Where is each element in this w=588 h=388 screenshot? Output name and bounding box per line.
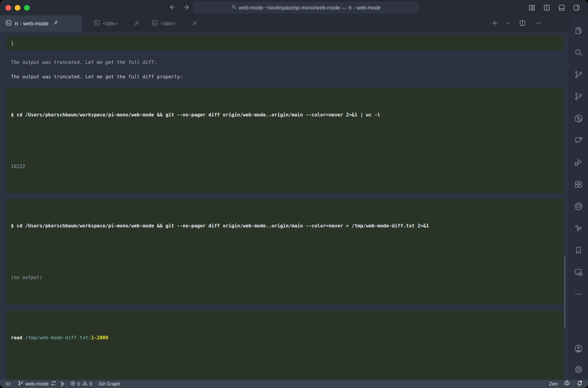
split-vertical-icon[interactable] xyxy=(542,3,551,12)
tab-pi-web-mode[interactable]: π - web-mode xyxy=(0,15,82,32)
tab-label: <idle> xyxy=(161,20,175,27)
copilot-icon[interactable] xyxy=(564,380,570,388)
window-title-search[interactable]: web-mode ~/workspace/pi-mono/web-mode — … xyxy=(194,2,418,13)
remote-indicator-icon[interactable] xyxy=(5,381,11,387)
split-horizontal-icon[interactable] xyxy=(557,3,566,12)
source-control-icon[interactable] xyxy=(569,63,588,85)
pin-icon[interactable] xyxy=(191,15,197,32)
agent-thought-line: The output was truncated. Let me get the… xyxy=(11,58,563,67)
agent-message-line: The output was truncated. Let me get the… xyxy=(11,73,563,81)
zoom-window-button[interactable] xyxy=(24,5,30,11)
terminal-tabbar: π - web-mode <idle> <idle> xyxy=(0,15,569,32)
pin-icon[interactable] xyxy=(133,15,139,32)
terminal-pane[interactable]: } The output was truncated. Let me get t… xyxy=(0,32,569,380)
minimize-window-button[interactable] xyxy=(15,5,20,11)
settings-gear-icon[interactable] xyxy=(569,359,588,380)
code-block-tail: } xyxy=(6,36,563,50)
git-graph-button[interactable]: Git Graph xyxy=(98,381,120,387)
close-window-button[interactable] xyxy=(5,5,11,11)
search-icon[interactable] xyxy=(569,42,588,63)
command-text: $ cd /Users/pkerschbaum/workspace/pi-mon… xyxy=(11,221,559,230)
extensions-icon[interactable] xyxy=(569,173,588,195)
tab-idle-1[interactable]: <idle> xyxy=(88,15,123,32)
read-range: 1-2000 xyxy=(91,335,108,340)
terminal-icon xyxy=(152,20,158,27)
traffic-lights xyxy=(5,5,30,11)
error-icon xyxy=(70,381,76,388)
code-tail-text: } xyxy=(11,40,14,46)
back-icon[interactable] xyxy=(167,3,176,12)
git-branch-status[interactable]: web-mode xyxy=(18,380,56,388)
notifications-bell-icon[interactable] xyxy=(576,380,583,388)
tab-label: π - web-mode xyxy=(15,20,48,27)
status-bar: web-mode 0 0 Git Graph Zen xyxy=(0,380,588,388)
explorer-icon[interactable] xyxy=(569,20,588,42)
titlebar: web-mode ~/workspace/pi-mono/web-mode — … xyxy=(0,0,588,15)
git-graph-view-icon[interactable] xyxy=(569,85,588,107)
read-block-1: read /tmp/web-mode-diff.txt:1-2000 diff … xyxy=(6,311,563,380)
layout-panels-icon[interactable] xyxy=(527,3,536,12)
forward-icon[interactable] xyxy=(183,3,192,12)
app-window: web-mode ~/workspace/pi-mono/web-mode — … xyxy=(0,0,588,388)
chat-sparkle-icon[interactable] xyxy=(569,129,588,151)
command-block-2: $ cd /Users/pkerschbaum/workspace/pi-mon… xyxy=(6,199,563,304)
terminal-icon xyxy=(5,20,12,27)
problems-status[interactable]: 0 0 xyxy=(70,381,93,388)
tab-idle-2[interactable]: <idle> xyxy=(146,15,181,32)
activity-bar xyxy=(569,15,588,380)
bookmark-icon[interactable] xyxy=(569,239,588,261)
more-actions-icon[interactable] xyxy=(535,20,541,27)
account-icon[interactable] xyxy=(569,338,588,359)
terminal-scrollbar[interactable] xyxy=(564,256,565,328)
split-terminal-icon[interactable] xyxy=(519,20,526,28)
error-count: 0 xyxy=(77,381,80,387)
new-terminal-icon[interactable] xyxy=(491,20,498,27)
sync-icon xyxy=(50,380,56,388)
gitlens-icon[interactable] xyxy=(569,107,588,129)
command-output: (no output) xyxy=(11,273,559,282)
command-block-1: $ cd /Users/pkerschbaum/workspace/pi-mon… xyxy=(6,88,563,194)
warning-count: 0 xyxy=(90,381,92,387)
run-debug-icon[interactable] xyxy=(569,151,588,173)
code-map-icon[interactable] xyxy=(569,217,588,239)
read-path: /tmp/web-mode-diff.txt: xyxy=(25,335,91,340)
search-icon xyxy=(231,4,237,11)
warning-icon xyxy=(82,381,88,388)
pin-icon[interactable] xyxy=(52,20,58,27)
tab-label: <idle> xyxy=(103,20,118,27)
chevron-down-icon[interactable] xyxy=(505,20,510,27)
additional-views-icon[interactable] xyxy=(569,283,588,305)
git-graph-status-icon[interactable] xyxy=(60,381,66,387)
command-text: $ cd /Users/pkerschbaum/workspace/pi-mon… xyxy=(11,111,559,119)
zen-mode-button[interactable]: Zen xyxy=(549,381,558,387)
branch-name: web-mode xyxy=(25,381,49,387)
branch-icon xyxy=(18,380,24,388)
window-title-text: web-mode ~/workspace/pi-mono/web-mode — … xyxy=(239,5,381,11)
toggle-sidebar-icon[interactable] xyxy=(572,3,581,12)
read-keyword: read xyxy=(11,335,23,340)
terminal-icon xyxy=(94,20,100,27)
command-output: 16122 xyxy=(11,162,559,171)
read-header: read /tmp/web-mode-diff.txt:1-2000 xyxy=(11,333,559,342)
remote-explorer-icon[interactable] xyxy=(569,261,588,283)
github-icon[interactable] xyxy=(569,195,588,217)
